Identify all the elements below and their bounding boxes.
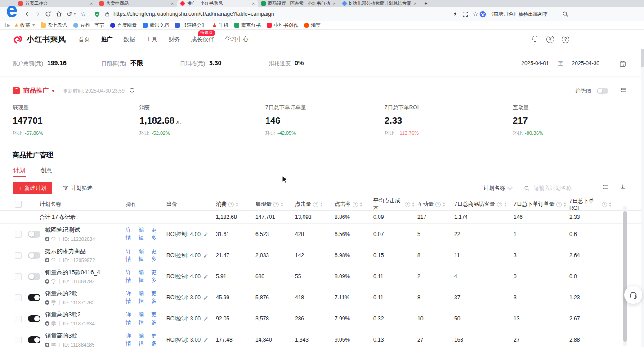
nav-item[interactable]: 数据 — [124, 36, 135, 44]
hot-search-text[interactable]: 《荷塘月色》被检出高AI率 — [489, 11, 548, 18]
undo-icon[interactable]: ↺ — [67, 11, 76, 17]
nav-item[interactable]: 财务 — [169, 36, 180, 44]
browser-tab-4[interactable]: 商品设置 - 阿奇索 - 小红书自动 × — [258, 0, 339, 7]
campaign-enabled-toggle[interactable] — [28, 231, 40, 238]
screenshot-icon[interactable] — [462, 11, 468, 17]
bookmark-doubao[interactable]: 豆包 - 字节 — [73, 22, 104, 29]
sort-icon[interactable] — [443, 202, 445, 207]
row-checkbox[interactable] — [15, 337, 22, 343]
more-link[interactable]: 更多 — [151, 311, 160, 326]
promo-type-title[interactable]: 商品推广 — [23, 87, 49, 95]
browser-tab-2[interactable]: 售卖中商品 × — [96, 0, 177, 7]
table-scrollbar-thumb[interactable] — [623, 211, 627, 342]
plan-filter-button[interactable]: 计划筛选 — [63, 184, 93, 192]
bookmark-pan[interactable]: 百度网盘 — [110, 22, 137, 29]
edit-pencil-icon[interactable] — [203, 253, 208, 258]
edit-pencil-icon[interactable] — [203, 232, 208, 237]
nav-item[interactable]: 成长伙伴待领取 — [191, 36, 215, 44]
sort-icon[interactable] — [320, 202, 323, 207]
bookmark-qianji[interactable]: 千机 — [212, 22, 228, 29]
date-end[interactable]: 2025-04-30 — [572, 60, 599, 67]
tab-close-icon[interactable]: × — [333, 1, 335, 6]
browser-tab-active[interactable]: 推广 - 小红书乘风 × — [177, 0, 258, 7]
more-link[interactable]: 更多 — [151, 227, 160, 242]
bookmark-favorites[interactable]: ★收藏 — [14, 22, 35, 29]
detail-link[interactable]: 详情 — [126, 227, 134, 242]
detail-link[interactable]: 详情 — [126, 332, 134, 347]
col-avg-click-cost[interactable]: 平均点击成本 — [373, 197, 417, 212]
tab-close-icon[interactable]: × — [252, 1, 255, 6]
col-impressions[interactable]: 展现量 — [255, 200, 295, 208]
sort-icon[interactable] — [236, 202, 238, 207]
edit-link[interactable]: 编辑 — [139, 332, 147, 347]
new-plan-button[interactable]: +新建计划 — [13, 182, 52, 194]
col-7d-roi[interactable]: 7日总下单ROI — [569, 197, 614, 211]
detail-link[interactable]: 详情 — [126, 269, 134, 284]
download-icon[interactable] — [620, 184, 626, 192]
tab-creative[interactable]: 创意 — [40, 166, 53, 177]
reload-icon[interactable] — [45, 11, 51, 17]
search-icon[interactable] — [562, 11, 568, 17]
more-link[interactable]: 更多 — [151, 290, 160, 305]
row-checkbox[interactable] — [15, 316, 22, 322]
favorite-star-icon[interactable]: ☆ — [473, 11, 479, 17]
browser-tab-5[interactable]: b 幼儿园劳动教育计划总结方案 × — [339, 0, 420, 7]
tab-close-icon[interactable]: × — [90, 1, 93, 6]
browser-tab-1[interactable]: 首页工作台 × — [15, 0, 96, 7]
col-ctr[interactable]: 点击率 — [335, 200, 373, 208]
url-text[interactable]: https://chengfeng.xiaohongshu.com/cf/ad/… — [113, 11, 274, 17]
edit-pencil-icon[interactable] — [203, 338, 208, 343]
customer-service-button[interactable] — [624, 286, 642, 304]
more-link[interactable]: 更多 — [151, 248, 160, 263]
campaign-enabled-toggle[interactable] — [28, 315, 40, 322]
bookmark-group[interactable]: 【狂蜂会】 — [175, 22, 206, 29]
lightning-icon[interactable] — [452, 11, 458, 17]
nav-item[interactable]: 学习中心 — [225, 36, 249, 44]
sort-icon[interactable] — [609, 202, 612, 207]
balance-yen-icon[interactable]: ¥ — [546, 36, 554, 43]
edit-link[interactable]: 编辑 — [139, 248, 147, 263]
forward-icon[interactable] — [35, 11, 40, 17]
metric-settings-icon[interactable] — [620, 87, 627, 95]
row-checkbox[interactable] — [15, 294, 22, 301]
row-checkbox[interactable] — [15, 231, 22, 238]
col-interactions[interactable]: 互动量 — [417, 200, 454, 208]
edit-pencil-icon[interactable] — [203, 316, 208, 321]
select-all-checkbox[interactable] — [15, 201, 22, 208]
col-clicks[interactable]: 点击量 — [295, 200, 335, 208]
back-icon[interactable] — [24, 11, 30, 17]
trend-chart-toggle[interactable] — [597, 88, 608, 94]
nav-item[interactable]: 推广 — [101, 36, 113, 44]
search-field-selector[interactable]: 计划名称 — [483, 184, 512, 192]
bookmark-folder[interactable]: 杂七杂八 — [41, 22, 67, 29]
help-icon[interactable]: ? — [562, 36, 569, 43]
tab-close-icon[interactable]: × — [171, 1, 174, 6]
column-settings-icon[interactable] — [602, 184, 609, 192]
tab-plan[interactable]: 计划 — [13, 166, 26, 177]
date-start[interactable]: 2025-04-01 — [521, 60, 549, 67]
edit-pencil-icon[interactable] — [203, 295, 208, 300]
row-checkbox[interactable] — [15, 252, 22, 259]
nav-item[interactable]: 首页 — [79, 36, 90, 44]
bookmark-tencent-docs[interactable]: 腾讯文档 — [143, 22, 169, 29]
new-tab-button[interactable]: + — [420, 0, 432, 7]
home-icon[interactable] — [56, 11, 62, 17]
detail-link[interactable]: 详情 — [126, 311, 134, 326]
more-link[interactable]: 更多 — [151, 332, 160, 347]
chevron-down-icon[interactable] — [51, 90, 55, 92]
campaign-enabled-toggle[interactable] — [28, 273, 40, 280]
sort-icon[interactable] — [564, 202, 566, 207]
sort-icon[interactable] — [504, 202, 507, 207]
campaign-enabled-toggle[interactable] — [28, 294, 40, 301]
edit-link[interactable]: 编辑 — [139, 269, 147, 284]
detail-link[interactable]: 详情 — [126, 248, 134, 263]
notification-bell-icon[interactable] — [531, 35, 539, 44]
col-7d-orders[interactable]: 7日总下单订单量 — [514, 200, 569, 208]
refresh-icon[interactable] — [129, 87, 135, 95]
search-input[interactable] — [533, 184, 584, 191]
col-7d-visitors[interactable]: 7日总商品访客量 — [454, 200, 514, 208]
tab-close-icon[interactable]: × — [414, 1, 416, 6]
sort-icon[interactable] — [412, 202, 415, 207]
bookmark-xhs-creator[interactable]: 小红书创作 — [267, 22, 298, 29]
more-link[interactable]: 更多 — [151, 269, 160, 284]
